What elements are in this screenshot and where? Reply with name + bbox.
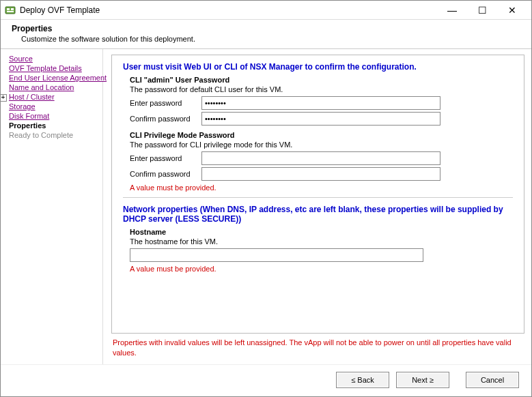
sidebar-item-source[interactable]: Source	[9, 55, 100, 63]
next-button[interactable]: Next ≥	[396, 372, 449, 388]
maximize-button[interactable]: ☐	[467, 2, 497, 18]
hostname-title: Hostname	[130, 228, 513, 236]
window-title: Deploy OVF Template	[20, 5, 437, 15]
svg-rect-1	[7, 8, 10, 10]
section1-heading: User must visit Web UI or CLI of NSX Man…	[123, 62, 513, 72]
priv-pw-confirm-input[interactable]	[201, 167, 440, 181]
priv-pw-enter-label: Enter password	[130, 154, 201, 162]
section2-heading: Network properties (When DNS, IP address…	[123, 205, 513, 224]
admin-pw-enter-input[interactable]	[201, 96, 440, 110]
priv-pw-title: CLI Privilege Mode Password	[130, 131, 513, 139]
hostname-section: Hostname The hostname for this VM. A val…	[130, 228, 513, 273]
content-frame: User must visit Web UI or CLI of NSX Man…	[111, 55, 524, 334]
admin-pw-desc: The password for default CLI user for th…	[130, 85, 513, 93]
hostname-desc: The hostname for this VM.	[130, 237, 513, 246]
cancel-button[interactable]: Cancel	[466, 372, 519, 388]
back-button[interactable]: ≤ Back	[336, 372, 389, 388]
page-description: Customize the software solution for this…	[21, 35, 520, 43]
sidebar-item-name-location[interactable]: Name and Location	[9, 83, 100, 91]
priv-pw-enter-input[interactable]	[201, 151, 440, 165]
admin-pw-confirm-label: Confirm password	[130, 115, 201, 123]
admin-pw-confirm-input[interactable]	[201, 112, 440, 126]
main-panel: User must visit Web UI or CLI of NSX Man…	[103, 49, 531, 364]
admin-pw-title: CLI "admin" User Password	[130, 76, 513, 84]
priv-pw-desc: The password for CLI privilege mode for …	[130, 141, 513, 149]
sidebar-item-host-cluster[interactable]: Host / Cluster	[9, 93, 55, 101]
hostname-error: A value must be provided.	[130, 265, 513, 273]
priv-pw-confirm-label: Confirm password	[130, 170, 201, 178]
sidebar-item-properties: Properties	[9, 121, 100, 130]
button-bar: ≤ Back Next ≥ Cancel	[1, 364, 531, 396]
content-scroll[interactable]: User must visit Web UI or CLI of NSX Man…	[112, 55, 524, 333]
minimize-button[interactable]: —	[437, 2, 467, 18]
sidebar-item-ready: Ready to Complete	[9, 131, 100, 139]
deploy-ovf-window: Deploy OVF Template — ☐ ✕ Properties Cus…	[0, 0, 532, 397]
admin-password-section: CLI "admin" User Password The password f…	[130, 76, 513, 126]
wizard-sidebar: Source OVF Template Details End User Lic…	[1, 49, 103, 364]
priv-password-section: CLI Privilege Mode Password The password…	[130, 131, 513, 192]
svg-rect-2	[11, 8, 14, 10]
footer-warning: Properties with invalid values will be l…	[113, 338, 523, 357]
hostname-input[interactable]	[130, 248, 423, 262]
close-button[interactable]: ✕	[497, 2, 527, 18]
divider	[123, 197, 513, 198]
priv-pw-error: A value must be provided.	[130, 183, 513, 192]
app-icon	[5, 5, 16, 16]
page-title: Properties	[12, 24, 520, 33]
sidebar-item-storage[interactable]: Storage	[9, 102, 100, 111]
header: Properties Customize the software soluti…	[1, 20, 531, 48]
svg-rect-3	[7, 11, 14, 12]
sidebar-item-eula[interactable]: End User License Agreement	[9, 74, 100, 82]
sidebar-item-disk-format[interactable]: Disk Format	[9, 112, 100, 120]
titlebar: Deploy OVF Template — ☐ ✕	[1, 1, 531, 20]
sidebar-item-ovf-details[interactable]: OVF Template Details	[9, 64, 100, 72]
admin-pw-enter-label: Enter password	[130, 99, 201, 107]
expander-icon[interactable]: +	[1, 94, 7, 102]
